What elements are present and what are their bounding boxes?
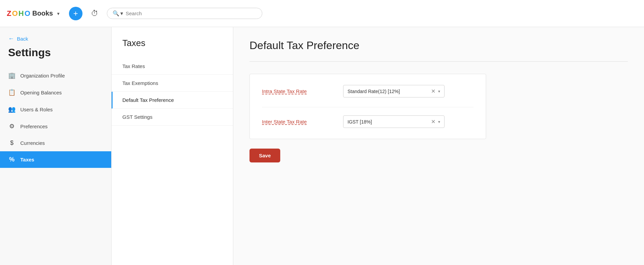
topbar: Z O H O Books ▾ + ⏱ 🔍 ▾ — [0, 0, 644, 27]
sidebar-item-opening-balances[interactable]: 📋 Opening Balances — [0, 84, 111, 101]
form-section: Intra State Tax Rate Standard Rate(12) [… — [249, 74, 486, 139]
sidebar-item-org-profile[interactable]: 🏢 Organization Profile — [0, 67, 111, 84]
taxes-panel-title: Taxes — [112, 38, 233, 58]
intra-state-caret-icon[interactable]: ▾ — [438, 89, 440, 94]
back-label: Back — [17, 36, 28, 42]
intra-state-clear-icon[interactable]: ✕ — [431, 88, 435, 94]
tax-exemptions-item[interactable]: Tax Exemptions — [112, 75, 233, 92]
back-link[interactable]: ← Back — [0, 35, 111, 46]
tax-rates-item[interactable]: Tax Rates — [112, 58, 233, 75]
back-arrow-icon: ← — [8, 35, 14, 42]
logo-o2: O — [24, 9, 30, 18]
logo-z: Z — [7, 9, 11, 18]
logo-area: Z O H O Books ▾ — [7, 9, 59, 18]
chevron-down-icon[interactable]: ▾ — [57, 11, 59, 16]
content-title: Default Tax Preference — [249, 39, 628, 52]
right-content: Default Tax Preference Intra State Tax R… — [233, 27, 644, 265]
opening-balances-icon: 📋 — [8, 89, 16, 96]
add-button[interactable]: + — [69, 7, 82, 20]
sidebar-item-currencies[interactable]: $ Currencies — [0, 135, 111, 151]
search-input[interactable] — [126, 10, 257, 16]
sidebar-item-label: Organization Profile — [20, 73, 65, 79]
inter-state-row: Inter State Tax Rate IGST [18%] ✕ ▾ — [262, 115, 474, 128]
sidebar-item-label: Taxes — [20, 157, 34, 162]
currencies-icon: $ — [8, 139, 16, 147]
intra-state-label: Intra State Tax Rate — [262, 88, 330, 94]
gst-settings-item[interactable]: GST Settings — [112, 109, 233, 126]
org-profile-icon: 🏢 — [8, 72, 16, 79]
sidebar-item-label: Users & Roles — [20, 107, 53, 112]
sidebar-item-label: Opening Balances — [20, 90, 62, 95]
inter-state-value: IGST [18%] — [348, 119, 372, 125]
sidebar: ← Back Settings 🏢 Organization Profile 📋… — [0, 27, 112, 265]
sidebar-item-label: Preferences — [20, 124, 48, 129]
users-roles-icon: 👥 — [8, 106, 16, 113]
search-icon-wrapper[interactable]: 🔍 ▾ — [113, 10, 123, 17]
taxes-icon: % — [8, 156, 16, 163]
divider — [249, 61, 628, 62]
inter-state-select[interactable]: IGST [18%] ✕ ▾ — [343, 115, 445, 128]
logo-books: Books — [32, 9, 53, 17]
sidebar-item-users-roles[interactable]: 👥 Users & Roles — [0, 101, 111, 118]
middle-panel: Taxes Tax Rates Tax Exemptions Default T… — [112, 27, 233, 265]
inter-state-clear-icon[interactable]: ✕ — [431, 118, 435, 125]
default-tax-preference-item[interactable]: Default Tax Preference — [112, 92, 233, 109]
intra-state-row: Intra State Tax Rate Standard Rate(12) [… — [262, 85, 474, 97]
main-layout: ← Back Settings 🏢 Organization Profile 📋… — [0, 27, 644, 265]
save-button[interactable]: Save — [249, 149, 280, 162]
sidebar-item-preferences[interactable]: ⚙ Preferences — [0, 118, 111, 135]
preferences-icon: ⚙ — [8, 123, 16, 130]
zoho-logo: Z O H O Books — [7, 9, 53, 18]
history-button[interactable]: ⏱ — [88, 7, 101, 20]
sidebar-item-taxes[interactable]: % Taxes — [0, 151, 111, 168]
inter-state-label: Inter State Tax Rate — [262, 119, 330, 125]
sidebar-nav: 🏢 Organization Profile 📋 Opening Balance… — [0, 67, 111, 168]
sidebar-item-label: Currencies — [20, 140, 45, 146]
search-dropdown-icon[interactable]: ▾ — [120, 10, 123, 17]
logo-h: H — [19, 9, 24, 18]
settings-title: Settings — [0, 46, 111, 67]
taxes-menu: Tax Rates Tax Exemptions Default Tax Pre… — [112, 58, 233, 126]
intra-state-select[interactable]: Standard Rate(12) [12%] ✕ ▾ — [343, 85, 445, 97]
search-icon: 🔍 — [113, 10, 119, 17]
search-bar[interactable]: 🔍 ▾ — [107, 8, 262, 19]
inter-state-actions: ✕ ▾ — [431, 118, 440, 125]
intra-state-value: Standard Rate(12) [12%] — [348, 89, 400, 94]
intra-state-actions: ✕ ▾ — [431, 88, 440, 94]
form-divider — [262, 107, 474, 107]
logo-o1: O — [12, 9, 18, 18]
inter-state-caret-icon[interactable]: ▾ — [438, 119, 440, 124]
